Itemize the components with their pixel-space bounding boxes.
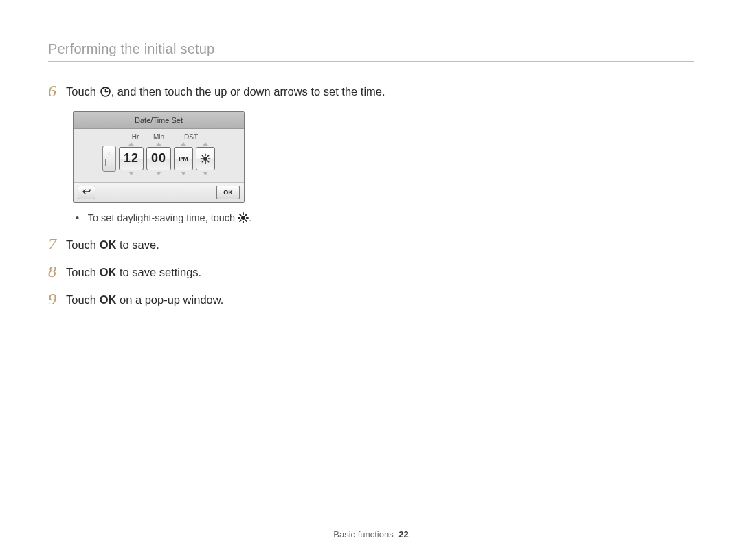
ampm-stepper[interactable]: PM — [174, 142, 193, 175]
ok-label: OK — [100, 238, 117, 251]
device-screenshot: Date/Time Set Hr Min DST ‹ 12 — [73, 111, 245, 203]
prev-date-button[interactable]: ‹ — [102, 146, 116, 172]
svg-line-18 — [240, 214, 241, 216]
minute-value: 00 — [146, 147, 171, 170]
bullet-icon: • — [76, 212, 85, 223]
sun-dst-icon — [200, 153, 211, 164]
hour-stepper[interactable]: 12 — [119, 142, 144, 175]
step-9: 9 Touch OK on a pop-up window. — [48, 291, 405, 309]
step-8: 8 Touch OK to save settings. — [48, 263, 405, 281]
step-text: Touch OK to save. — [66, 236, 159, 254]
sub-bullet: • To set daylight-saving time, touch . — [76, 212, 405, 223]
divider — [48, 61, 694, 62]
page-footer: Basic functions 22 — [0, 529, 742, 539]
minute-stepper[interactable]: 00 — [146, 142, 171, 175]
label-dst: DST — [170, 133, 212, 141]
section-heading: Performing the initial setup — [48, 41, 694, 57]
arrow-down-icon — [181, 172, 186, 175]
text: Touch — [66, 293, 100, 306]
sun-dst-icon — [238, 212, 249, 223]
page-number: 22 — [398, 529, 408, 539]
step-number: 6 — [48, 82, 66, 99]
arrow-up-icon — [203, 142, 208, 146]
dst-stepper[interactable] — [196, 142, 215, 175]
text: To set daylight-saving time, touch — [88, 212, 238, 223]
text: Touch — [66, 85, 100, 98]
arrow-down-icon — [156, 172, 161, 175]
svg-line-12 — [202, 161, 203, 161]
svg-line-11 — [207, 155, 208, 156]
ampm-value: PM — [174, 147, 193, 170]
svg-point-13 — [241, 216, 245, 220]
text: to save settings. — [116, 266, 201, 278]
text: Touch — [66, 238, 100, 251]
step-number: 7 — [48, 236, 66, 252]
svg-line-21 — [240, 220, 241, 221]
device-ok-button[interactable]: OK — [216, 186, 240, 199]
svg-line-19 — [246, 220, 247, 221]
text: to save. — [116, 238, 159, 251]
calendar-icon — [105, 159, 113, 166]
svg-line-20 — [246, 214, 247, 216]
arrow-down-icon — [203, 172, 208, 175]
step-6: 6 Touch , and then touch the up or down … — [48, 82, 405, 100]
text: , and then touch the up or down arrows t… — [111, 85, 385, 98]
dst-value — [196, 147, 215, 170]
arrow-down-icon — [128, 172, 134, 175]
svg-line-10 — [207, 161, 208, 161]
step-number: 9 — [48, 291, 66, 307]
arrow-up-icon — [128, 142, 134, 146]
column-labels: Hr Min DST — [79, 131, 238, 141]
arrow-up-icon — [156, 142, 161, 146]
ok-label: OK — [100, 266, 117, 278]
return-arrow-icon — [82, 189, 91, 196]
step-text: Touch , and then touch the up or down ar… — [66, 82, 385, 100]
svg-line-9 — [202, 155, 203, 156]
label-hr: Hr — [124, 133, 147, 141]
svg-point-4 — [203, 157, 207, 161]
device-title: Date/Time Set — [74, 112, 244, 129]
label-min: Min — [147, 133, 170, 141]
step-text: Touch OK on a pop-up window. — [66, 291, 223, 309]
text: . — [249, 212, 251, 223]
ok-label: OK — [100, 293, 117, 306]
steps-list: 6 Touch , and then touch the up or down … — [48, 82, 405, 309]
arrow-up-icon — [181, 142, 186, 146]
text: on a pop-up window. — [116, 293, 223, 306]
text: Touch — [66, 266, 100, 278]
footer-section: Basic functions — [333, 529, 393, 539]
chevron-left-icon: ‹ — [108, 150, 110, 157]
step-text: Touch OK to save settings. — [66, 263, 201, 281]
hour-value: 12 — [119, 147, 144, 170]
clock-icon — [100, 86, 111, 98]
back-button[interactable] — [78, 186, 95, 199]
step-7: 7 Touch OK to save. — [48, 236, 405, 254]
step-number: 8 — [48, 263, 66, 280]
